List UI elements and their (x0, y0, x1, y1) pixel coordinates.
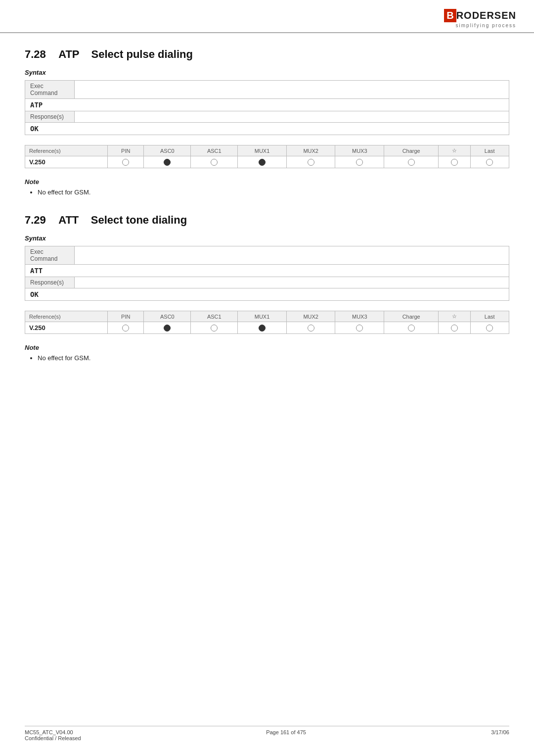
val-mux2-729 (286, 322, 335, 334)
col-last-729: Last (470, 311, 509, 322)
logo-b-letter: B (444, 9, 456, 22)
ref-name-729: V.250 (25, 322, 108, 334)
footer-left: MC55_ATC_V04.00 Confidential / Released (25, 729, 81, 741)
circle-mux3 (356, 159, 363, 166)
section-728-desc: Select pulse dialing (91, 48, 193, 60)
responses-spacer (75, 111, 509, 123)
section-729-command: ATT (58, 214, 79, 226)
col-asc1: ASC1 (191, 145, 238, 156)
val-charge (384, 156, 439, 168)
val-mux3 (335, 156, 384, 168)
col-mux3: MUX3 (335, 145, 384, 156)
val-mux1 (238, 156, 287, 168)
circle-mux1-729 (259, 325, 266, 331)
exec-command-value-729: ATT (25, 265, 509, 277)
col-mux1: MUX1 (238, 145, 287, 156)
circle-pin-729 (122, 325, 129, 331)
val-star-729 (439, 322, 470, 334)
circle-mux3-729 (356, 325, 363, 331)
responses-value: OK (25, 123, 509, 135)
section-728-number: 7.28 (25, 48, 46, 60)
val-charge-729 (384, 322, 439, 334)
section-729-title: 7.29 ATT Select tone dialing (25, 214, 509, 227)
section-729-note-text: No effect for GSM. (38, 354, 509, 362)
circle-pin (122, 159, 129, 166)
circle-charge-729 (408, 325, 415, 331)
exec-command-row: Exec Command (25, 81, 509, 99)
responses-value-729: OK (25, 288, 509, 301)
val-mux3-729 (335, 322, 384, 334)
section-729-syntax-label: Syntax (25, 235, 509, 242)
footer-page: Page 161 of 475 (266, 729, 306, 741)
brodersen-logo: B RODERSEN (444, 9, 516, 22)
page-header: B RODERSEN simplifying process (0, 0, 534, 33)
val-asc1 (191, 156, 238, 168)
ref-data-row-729: V.250 (25, 322, 509, 334)
circle-star (451, 159, 458, 166)
logo-tagline: simplifying process (456, 23, 516, 28)
col-pin-729: PIN (108, 311, 144, 322)
footer-confidential: Confidential / Released (25, 735, 81, 741)
exec-command-spacer-729 (75, 246, 509, 265)
section-728-note-content: No effect for GSM. (33, 189, 509, 196)
val-asc0-729 (144, 322, 191, 334)
responses-spacer-729 (75, 277, 509, 288)
section-729-ref-table: Reference(s) PIN ASC0 ASC1 MUX1 MUX2 MUX… (25, 311, 509, 334)
exec-command-label-729: Exec Command (25, 246, 75, 265)
val-pin-729 (108, 322, 144, 334)
circle-charge (408, 159, 415, 166)
val-mux1-729 (238, 322, 287, 334)
section-729-note-content: No effect for GSM. (33, 354, 509, 362)
col-star: ☆ (439, 145, 470, 156)
exec-command-value-row: ATP (25, 99, 509, 111)
exec-command-label: Exec Command (25, 81, 75, 99)
col-mux1-729: MUX1 (238, 311, 287, 322)
footer-date: 3/17/06 (491, 729, 509, 741)
val-last-729 (470, 322, 509, 334)
col-pin: PIN (108, 145, 144, 156)
section-728-note-text: No effect for GSM. (38, 189, 509, 196)
exec-command-value-row-729: ATT (25, 265, 509, 277)
ref-header-label-729: Reference(s) (25, 311, 108, 322)
exec-command-row-729: Exec Command (25, 246, 509, 265)
circle-last-729 (486, 325, 493, 331)
col-asc0: ASC0 (144, 145, 191, 156)
col-mux3-729: MUX3 (335, 311, 384, 322)
circle-star-729 (451, 325, 458, 331)
circle-asc1-729 (211, 325, 218, 331)
ref-data-row: V.250 (25, 156, 509, 168)
circle-mux1 (259, 159, 266, 166)
circle-asc1 (211, 159, 218, 166)
circle-mux2 (308, 159, 314, 166)
val-pin (108, 156, 144, 168)
circle-asc0 (164, 159, 171, 166)
val-last (470, 156, 509, 168)
col-mux2: MUX2 (286, 145, 335, 156)
section-728-syntax-label: Syntax (25, 69, 509, 76)
logo-rest-text: RODERSEN (456, 10, 516, 21)
responses-value-row: OK (25, 123, 509, 135)
section-728-cmd-table: Exec Command ATP Response(s) OK (25, 80, 509, 135)
col-last: Last (470, 145, 509, 156)
section-728-command: ATP (58, 48, 79, 60)
section-729-number: 7.29 (25, 214, 46, 226)
val-asc1-729 (191, 322, 238, 334)
section-729-desc: Select tone dialing (91, 214, 187, 226)
col-asc1-729: ASC1 (191, 311, 238, 322)
page-footer: MC55_ATC_V04.00 Confidential / Released … (25, 726, 509, 741)
responses-row: Response(s) (25, 111, 509, 123)
col-asc0-729: ASC0 (144, 311, 191, 322)
exec-command-value: ATP (25, 99, 509, 111)
ref-header-row-729: Reference(s) PIN ASC0 ASC1 MUX1 MUX2 MUX… (25, 311, 509, 322)
section-729: 7.29 ATT Select tone dialing Syntax Exec… (25, 214, 509, 362)
responses-label: Response(s) (25, 111, 75, 123)
val-asc0 (144, 156, 191, 168)
col-charge-729: Charge (384, 311, 439, 322)
circle-asc0-729 (164, 325, 171, 331)
ref-name: V.250 (25, 156, 108, 168)
section-729-cmd-table: Exec Command ATT Response(s) OK (25, 246, 509, 301)
responses-value-row-729: OK (25, 288, 509, 301)
responses-label-729: Response(s) (25, 277, 75, 288)
main-content: 7.28 ATP Select pulse dialing Syntax Exe… (0, 33, 534, 399)
ref-header-row: Reference(s) PIN ASC0 ASC1 MUX1 MUX2 MUX… (25, 145, 509, 156)
